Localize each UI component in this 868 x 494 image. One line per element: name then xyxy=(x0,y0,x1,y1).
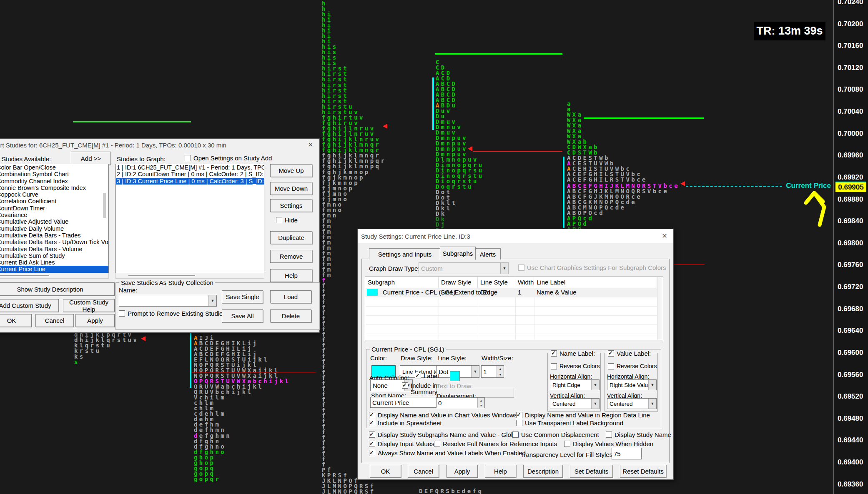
cancel-button[interactable]: Cancel xyxy=(35,314,74,327)
add-custom-study-button[interactable]: Add Custom Study xyxy=(0,299,59,312)
always-show-labels-checkbox[interactable]: Always Show Name and Value Labels When E… xyxy=(369,450,526,456)
values-when-hidden-checkbox[interactable]: Display Values When Hidden xyxy=(564,441,653,447)
chart-studies-titlebar[interactable]: Chart Studies for: 6CH25_FUT_CME[M] #1 -… xyxy=(0,139,319,151)
common-displacement-checkbox[interactable]: Use Common Displacement xyxy=(512,432,599,438)
name-horizontal-align-combobox[interactable]: Right Edge ▼ xyxy=(550,379,600,390)
study-list-item[interactable]: Cumulative Daily Volume xyxy=(0,225,108,232)
value-label-checkbox[interactable]: Value Label: xyxy=(607,350,652,357)
studies-available-list[interactable]: Color Bar Open/CloseCombination Symbol C… xyxy=(0,164,109,274)
spin-up-icon[interactable]: ▲ xyxy=(478,398,484,403)
study-settings-titlebar[interactable]: Study Settings: Current Price Line. ID:3… xyxy=(358,229,673,243)
study-list-item[interactable]: Commodity Channel Index xyxy=(0,178,108,185)
hide-checkbox[interactable]: Hide xyxy=(276,217,298,223)
chevron-down-icon[interactable]: ▼ xyxy=(208,295,216,306)
study-list-item[interactable]: Coppock Curve xyxy=(0,191,108,198)
chevron-down-icon[interactable]: ▼ xyxy=(648,380,656,390)
study-list-item[interactable]: Cumulative Adjusted Value xyxy=(0,218,108,225)
delete-button[interactable]: Delete xyxy=(270,309,311,322)
display-chart-values-checkbox[interactable]: Display Name and Value in Chart Values W… xyxy=(369,412,517,418)
vertical-scrollbar-thumb[interactable] xyxy=(103,193,106,218)
move-down-button[interactable]: Move Down xyxy=(270,182,312,195)
display-region-data-checkbox[interactable]: Display Name and Value in Region Data Li… xyxy=(516,412,650,418)
settings-button[interactable]: Settings xyxy=(270,199,312,212)
tab-settings-and-inputs[interactable]: Settings and Inputs xyxy=(369,248,441,259)
cancel-button[interactable]: Cancel xyxy=(408,465,439,478)
show-study-description-button[interactable]: Show Study Description xyxy=(0,282,115,296)
remove-button[interactable]: Remove xyxy=(270,250,312,263)
duplicate-button[interactable]: Duplicate xyxy=(270,231,312,244)
graph-draw-type-combobox[interactable]: Custom ▼ xyxy=(419,262,509,274)
display-study-name-checkbox[interactable]: Display Study Name xyxy=(606,432,671,438)
table-scrollbar[interactable] xyxy=(657,277,663,340)
horizontal-scrollbar[interactable] xyxy=(0,273,109,279)
use-chart-graphics-checkbox[interactable]: Use Chart Graphics Settings For Subgraph… xyxy=(518,264,666,271)
apply-button[interactable]: Apply xyxy=(75,314,115,327)
table-row[interactable]: Current Price - CPL (SG1)Line Extend to … xyxy=(365,288,657,297)
add-button[interactable]: Add >> xyxy=(71,152,111,165)
study-list-item[interactable]: Cumulative Delta Bars - Volume xyxy=(0,246,108,252)
tab-alerts[interactable]: Alerts xyxy=(475,248,501,259)
apply-button[interactable]: Apply xyxy=(447,465,478,478)
study-list-item[interactable]: Covariance xyxy=(0,212,108,218)
graph-study-item[interactable]: 3 | ID:3 Current Price Line | 0 ms | Cal… xyxy=(116,178,264,185)
include-spreadsheet-checkbox[interactable]: Include in Spreadsheet xyxy=(369,420,442,426)
display-input-values-checkbox[interactable]: Display Input Values xyxy=(369,441,434,447)
help-button[interactable]: Help xyxy=(270,269,312,282)
transparency-level-input[interactable]: 75 xyxy=(612,448,642,459)
value-vertical-align-combobox[interactable]: Centered ▼ xyxy=(607,398,657,409)
save-single-button[interactable]: Save Single xyxy=(222,290,263,303)
study-list-item[interactable]: Color Bar Open/Close xyxy=(0,164,108,171)
study-list-item[interactable]: CountDown Timer xyxy=(0,205,108,212)
tab-subgraphs[interactable]: Subgraphs xyxy=(440,247,476,260)
subgraphs-global-checkbox[interactable]: Display Study Subgraphs Name and Value -… xyxy=(369,432,519,438)
graph-study-item[interactable]: 2 | ID:2 CountDown Timer | 0 ms | CalcOr… xyxy=(116,171,264,177)
close-icon[interactable]: ✕ xyxy=(660,232,669,241)
study-list-item[interactable]: Correlation Coefficient xyxy=(0,198,108,205)
subgraph-table[interactable]: SubgraphDraw StyleLine StyleWidthLine La… xyxy=(365,277,663,340)
chevron-down-icon[interactable]: ▼ xyxy=(591,399,599,409)
description-button[interactable]: Description xyxy=(523,465,563,478)
chevron-down-icon[interactable]: ▼ xyxy=(648,399,656,409)
set-defaults-button[interactable]: Set Defaults xyxy=(570,465,613,478)
resolve-names-checkbox[interactable]: Resolve Full Names for Reference Inputs xyxy=(434,441,557,447)
spin-up-icon[interactable]: ▲ xyxy=(497,366,504,372)
ok-button[interactable]: OK xyxy=(0,314,32,327)
study-list-item[interactable]: Cumulative Delta Bars - Up/Down Tick Vol… xyxy=(0,239,108,245)
study-list-item[interactable]: Combination Symbol Chart xyxy=(0,171,108,177)
price-scale[interactable]: 0.702400.702000.701600.701200.700800.700… xyxy=(833,0,868,494)
close-icon[interactable]: ✕ xyxy=(306,140,315,150)
help-button[interactable]: Help xyxy=(485,465,516,478)
label-checkbox[interactable]: Label xyxy=(415,373,439,379)
move-up-button[interactable]: Move Up xyxy=(270,164,312,177)
label-color-swatch[interactable] xyxy=(450,371,460,381)
chevron-down-icon[interactable]: ▼ xyxy=(591,380,599,390)
custom-study-help-button[interactable]: Custom Study Help xyxy=(63,299,115,312)
short-name-input[interactable]: Current Price xyxy=(370,397,437,408)
graph-study-item[interactable]: 1 | ID:1 6CH25_FUT_CME[M] #1 - Period: 1… xyxy=(116,164,264,171)
study-list-item[interactable]: Connie Brown's Composite Index xyxy=(0,185,108,191)
spin-down-icon[interactable]: ▼ xyxy=(497,372,504,377)
study-list-item[interactable]: Current Bid Ask Lines xyxy=(0,259,108,266)
collection-name-combobox[interactable]: ▼ xyxy=(119,295,217,307)
studies-to-graph-list[interactable]: 1 | ID:1 6CH25_FUT_CME[M] #1 - Period: 1… xyxy=(115,164,264,274)
name-label-checkbox[interactable]: Name Label: xyxy=(550,350,596,357)
chevron-down-icon[interactable]: ▼ xyxy=(471,366,479,377)
transparent-label-checkbox[interactable]: Use Transparent Label Background xyxy=(516,420,623,426)
load-button[interactable]: Load xyxy=(270,290,311,303)
width-size-spinner[interactable]: 1 ▲▼ xyxy=(481,365,504,378)
save-all-button[interactable]: Save All xyxy=(222,309,263,322)
study-list-item[interactable]: Cumulative Delta Bars - Trades xyxy=(0,232,108,239)
spin-down-icon[interactable]: ▼ xyxy=(478,403,484,408)
open-settings-on-add-checkbox[interactable]: Open Settings on Study Add xyxy=(185,155,272,161)
displacement-spinner[interactable]: 0 ▲▼ xyxy=(436,397,485,408)
include-in-summary-checkbox[interactable]: Include inSummary xyxy=(402,382,437,395)
reset-defaults-button[interactable]: Reset Defaults xyxy=(620,465,666,478)
study-list-item[interactable]: Current Price Line xyxy=(0,266,108,272)
ok-button[interactable]: OK xyxy=(370,465,401,478)
value-horizontal-align-combobox[interactable]: Right Side Valu ▼ xyxy=(607,379,657,390)
study-list-item[interactable]: Cumulative Sum of Study xyxy=(0,252,108,259)
horizontal-scrollbar[interactable] xyxy=(115,273,264,279)
value-reverse-colors-checkbox[interactable]: Reverse Colors xyxy=(608,363,657,369)
name-reverse-colors-checkbox[interactable]: Reverse Colors xyxy=(551,363,600,369)
name-vertical-align-combobox[interactable]: Centered ▼ xyxy=(550,398,600,409)
